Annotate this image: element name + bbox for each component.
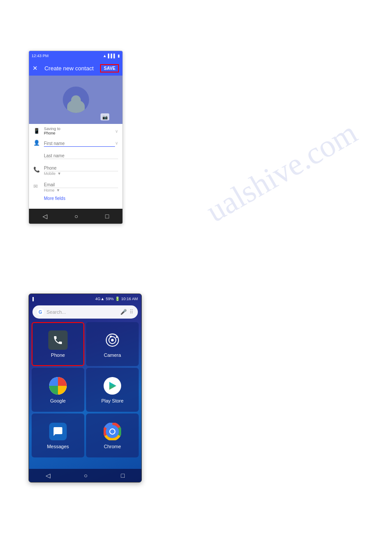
phone-field: Mobile ▼ xyxy=(44,163,118,176)
wifi-icon: ▲ xyxy=(103,54,107,58)
email-field: Home ▼ xyxy=(44,180,118,192)
home-navigation-bar: ◁ ○ □ xyxy=(29,469,141,482)
first-name-field xyxy=(44,139,115,147)
status-bar-contact: 12:43 PM ▲ ▌▌▌ ▮ xyxy=(29,51,122,61)
messages-icon-bg xyxy=(49,423,67,440)
app-tile-chrome[interactable]: Chrome xyxy=(86,414,139,457)
email-input[interactable] xyxy=(44,182,118,188)
saving-to-text: Saving to Phone xyxy=(44,127,115,135)
mobile-arrow-icon: ▼ xyxy=(58,171,61,176)
last-name-row xyxy=(33,150,118,160)
google-logo: G xyxy=(37,308,44,316)
phone-icon: 📞 xyxy=(33,167,41,173)
google-app-label: Google xyxy=(50,398,65,403)
chrome-app-icon xyxy=(103,422,122,441)
home-recent-button[interactable]: □ xyxy=(121,472,125,479)
app-tile-messages[interactable]: Messages xyxy=(32,414,84,457)
phone-input[interactable] xyxy=(44,165,118,171)
battery-percent: 59% xyxy=(106,297,114,301)
more-fields-link[interactable]: More fields xyxy=(33,196,118,201)
home-home-button[interactable]: ○ xyxy=(84,472,87,479)
google-app-icon xyxy=(48,376,68,395)
google-yellow xyxy=(58,386,67,395)
status-time-home: 10:16 AM xyxy=(121,297,138,301)
person-icon: 👤 xyxy=(33,140,41,146)
battery-icon: ▮ xyxy=(118,54,120,58)
svg-point-4 xyxy=(116,336,118,338)
home-label: Home xyxy=(44,188,54,192)
chevron-down-icon: ∨ xyxy=(115,129,118,134)
google-search-bar[interactable]: G Search... 🎤 ⠿ xyxy=(32,305,138,319)
phone-app-label: Phone xyxy=(51,352,65,358)
app-tile-playstore[interactable]: Play Store xyxy=(86,368,139,412)
4g-icon: 4G▲ xyxy=(95,297,104,301)
email-row: ✉ Home ▼ xyxy=(33,179,118,193)
phone-row: 📞 Mobile ▼ xyxy=(33,163,118,177)
battery-icon-home: 🔋 xyxy=(115,297,120,301)
app-grid: Phone Camera xyxy=(32,322,139,457)
app-tile-camera[interactable]: Camera xyxy=(86,322,139,366)
apps-grid-icon[interactable]: ⠿ xyxy=(129,309,133,315)
phone-device-icon: 📱 xyxy=(33,128,41,134)
chrome-app-label: Chrome xyxy=(104,444,121,449)
microphone-icon[interactable]: 🎤 xyxy=(120,309,127,315)
home-dropdown: Home ▼ xyxy=(44,188,118,192)
app-tile-phone[interactable]: Phone xyxy=(32,322,84,366)
google-green xyxy=(49,386,58,395)
first-name-input[interactable] xyxy=(44,141,115,147)
playstore-icon-bg xyxy=(104,377,121,395)
search-placeholder: Search... xyxy=(47,309,118,315)
playstore-app-icon xyxy=(103,376,122,395)
messages-app-label: Messages xyxy=(47,444,69,449)
status-icons-group: 4G▲ 59% 🔋 10:16 AM xyxy=(95,297,138,301)
recent-button[interactable]: □ xyxy=(105,213,109,220)
camera-icon[interactable]: 📷 xyxy=(101,113,109,120)
camera-app-label: Camera xyxy=(104,352,121,358)
phone-screen-home: ▌ 4G▲ 59% 🔋 10:16 AM G Search... 🎤 ⠿ Pho… xyxy=(29,294,142,482)
home-back-button[interactable]: ◁ xyxy=(46,472,50,479)
app-tile-google[interactable]: Google xyxy=(32,368,84,412)
contact-form: 📱 Saving to Phone ∨ 👤 ∨ 📞 xyxy=(29,124,122,203)
watermark: ualshive.com xyxy=(200,114,363,230)
email-icon: ✉ xyxy=(33,183,41,189)
contact-header: ✕ Create new contact SAVE xyxy=(29,61,122,76)
saving-to-label: Saving to xyxy=(44,127,115,131)
back-button[interactable]: ◁ xyxy=(43,213,47,220)
home-arrow-icon: ▼ xyxy=(56,188,60,192)
close-button[interactable]: ✕ xyxy=(32,65,38,72)
status-time: 12:43 PM xyxy=(32,54,49,58)
svg-marker-5 xyxy=(109,382,116,390)
svg-point-10 xyxy=(110,429,115,434)
signal-icon: ▌▌▌ xyxy=(108,54,116,58)
last-name-field xyxy=(44,151,118,159)
mobile-label: Mobile xyxy=(44,171,56,176)
chevron-expand-icon: ∨ xyxy=(115,141,118,145)
google-blue xyxy=(49,377,58,386)
svg-rect-3 xyxy=(110,336,112,337)
avatar-area: 📷 xyxy=(29,76,122,124)
phone-app-icon xyxy=(48,330,68,350)
svg-point-2 xyxy=(111,339,114,341)
phone-screen-contact: 12:43 PM ▲ ▌▌▌ ▮ ✕ Create new contact SA… xyxy=(29,51,123,224)
last-name-input[interactable] xyxy=(44,153,118,159)
avatar-head xyxy=(71,95,81,105)
saving-to-row: 📱 Saving to Phone ∨ xyxy=(33,127,118,135)
signal-bars-icon: ▌ xyxy=(32,297,35,301)
camera-app-icon xyxy=(103,330,122,350)
header-title: Create new contact xyxy=(44,65,94,72)
status-bar-home: ▌ 4G▲ 59% 🔋 10:16 AM xyxy=(29,294,141,304)
google-red xyxy=(58,377,67,386)
navigation-bar: ◁ ○ □ xyxy=(29,209,122,224)
messages-app-icon xyxy=(48,422,68,441)
saving-to-value: Phone xyxy=(44,131,115,135)
playstore-app-label: Play Store xyxy=(101,398,124,403)
save-button[interactable]: SAVE xyxy=(100,64,119,73)
home-button[interactable]: ○ xyxy=(75,213,78,220)
first-name-row: 👤 ∨ xyxy=(33,138,118,148)
mobile-dropdown: Mobile ▼ xyxy=(44,171,118,176)
